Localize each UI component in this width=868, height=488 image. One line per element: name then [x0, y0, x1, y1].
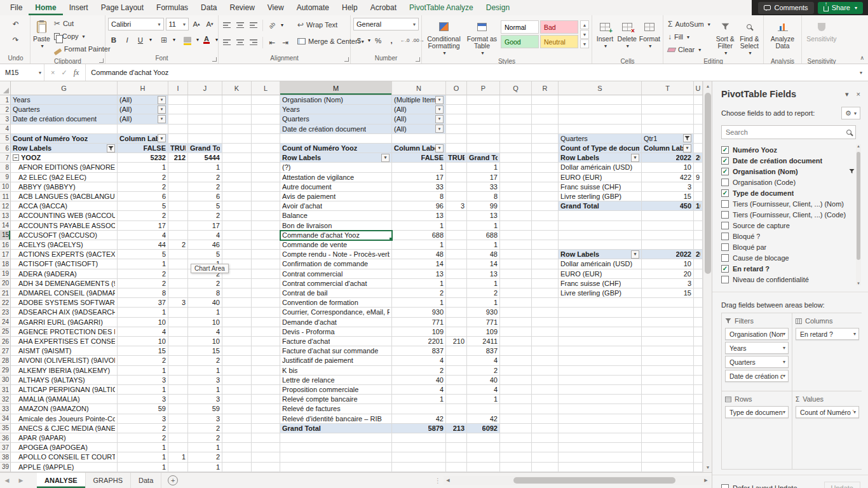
cell-G2[interactable]: Quarters — [11, 105, 118, 114]
cell-N33[interactable] — [392, 404, 446, 414]
cell-T17[interactable]: 2022 — [642, 250, 694, 259]
cell-I17[interactable] — [168, 250, 188, 259]
cell-P36[interactable] — [467, 433, 500, 443]
align-bottom-button[interactable] — [248, 19, 259, 31]
cell-L39[interactable] — [252, 463, 280, 472]
cell-K16[interactable] — [222, 240, 252, 250]
cell-U8[interactable] — [694, 163, 703, 172]
field-item-en-retard[interactable]: ✓En retard ? — [721, 263, 856, 274]
chevron-down-icon[interactable]: ▾ — [783, 345, 785, 351]
cell-O16[interactable] — [446, 240, 467, 250]
row-header-32[interactable]: 32 — [0, 395, 11, 404]
cell-I31[interactable] — [168, 385, 188, 395]
cell-M17[interactable]: Compte rendu - Note - Procès-verbal d — [280, 250, 392, 259]
cell-I8[interactable] — [168, 163, 188, 172]
field-item-source-de-capture[interactable]: Source de capture — [721, 220, 856, 231]
cell-T11[interactable]: 15 — [642, 192, 694, 201]
chevron-down-icon[interactable]: ▾ — [783, 359, 785, 365]
cell-J30[interactable]: 3 — [188, 376, 222, 385]
new-sheet-button[interactable]: + — [168, 475, 178, 485]
filter-funnel-icon[interactable] — [848, 167, 856, 175]
chevron-down-icon[interactable]: ▾ — [783, 331, 785, 337]
cell-O36[interactable] — [446, 433, 467, 443]
chevron-down-icon[interactable]: ▾ — [783, 409, 785, 415]
cell-Q35[interactable] — [500, 424, 532, 433]
cell-S9[interactable]: EURO (EUR) — [559, 173, 642, 182]
cell-K30[interactable] — [222, 376, 252, 385]
cell-K27[interactable] — [222, 346, 252, 356]
row-header-17[interactable]: 17 — [0, 250, 11, 259]
cell-T33[interactable] — [642, 404, 694, 414]
cell-J17[interactable]: 5 — [188, 250, 222, 259]
cell-K32[interactable] — [222, 395, 252, 404]
cell-L4[interactable] — [252, 125, 280, 134]
cell-R10[interactable] — [532, 182, 559, 192]
cell-I23[interactable] — [168, 308, 188, 317]
cell-L37[interactable] — [252, 443, 280, 452]
cell-R37[interactable] — [532, 443, 559, 452]
cell-M18[interactable]: Confirmation de commande — [280, 259, 392, 269]
cell-P24[interactable]: 771 — [467, 318, 500, 327]
cell-G34[interactable]: Amicale des Joueurs Pointe-Cou — [11, 414, 118, 424]
rows-area[interactable]: Rows Type de document▾ — [722, 391, 792, 469]
cell-G10[interactable]: ABBYY (9ABBYY) — [11, 182, 118, 192]
cell-I3[interactable] — [168, 114, 188, 124]
cell-S28[interactable] — [559, 356, 642, 365]
cell-R7[interactable] — [532, 153, 559, 163]
cell-T21[interactable]: 15 — [642, 288, 694, 298]
horizontal-scrollbar[interactable]: ◀ ▶ — [444, 476, 710, 485]
cell-T3[interactable] — [642, 114, 694, 124]
cell-G13[interactable]: ACCOUNTING WEB (9ACCOUNTIN — [11, 211, 118, 220]
cell-O14[interactable] — [446, 221, 467, 231]
cell-U24[interactable] — [694, 318, 703, 327]
cell-R26[interactable] — [532, 337, 559, 346]
cell-O21[interactable] — [446, 288, 467, 298]
cell-O1[interactable] — [446, 95, 467, 105]
cell-U15[interactable] — [694, 231, 703, 240]
cell-H17[interactable]: 5 — [118, 250, 168, 259]
cell-P31[interactable]: 4 — [467, 385, 500, 395]
cell-R4[interactable] — [532, 125, 559, 134]
ribbon-tab-page-layout[interactable]: Page Layout — [95, 0, 150, 15]
gallery-down-icon[interactable]: ▼ — [580, 30, 589, 39]
cell-P33[interactable] — [467, 404, 500, 414]
cell-T25[interactable] — [642, 327, 694, 337]
cell-L19[interactable] — [252, 269, 280, 279]
cell-K37[interactable] — [222, 443, 252, 452]
cell-N2[interactable]: (All)▾ — [392, 105, 446, 114]
cell-I28[interactable] — [168, 356, 188, 365]
cell-S29[interactable] — [559, 366, 642, 376]
cell-O34[interactable] — [446, 414, 467, 424]
undo-button[interactable]: ↶ — [10, 18, 22, 30]
cell-H11[interactable]: 6 — [118, 192, 168, 201]
cell-S22[interactable] — [559, 298, 642, 308]
cell-G31[interactable]: ALTICAP PERPIGNAN (9ALTICAP) — [11, 385, 118, 395]
field-item-tiers-fournisseur-client-nom[interactable]: Tiers (Fournisseur, Client, ...) (Nom) — [721, 198, 856, 209]
cell-H25[interactable]: 4 — [118, 327, 168, 337]
cell-N15[interactable]: 688 — [392, 231, 446, 240]
cell-P35[interactable]: 6092 — [467, 424, 500, 433]
cell-R5[interactable] — [532, 134, 559, 144]
cell-M36[interactable] — [280, 433, 392, 443]
cell-U1[interactable] — [694, 95, 703, 105]
cell-H28[interactable]: 2 — [118, 356, 168, 365]
cell-H33[interactable]: 59 — [118, 404, 168, 414]
field-scroll-thumb[interactable] — [857, 152, 860, 260]
cell-T32[interactable] — [642, 395, 694, 404]
cell-R35[interactable] — [532, 424, 559, 433]
cell-U33[interactable] — [694, 404, 703, 414]
cell-P22[interactable]: 1 — [467, 298, 500, 308]
cell-L13[interactable] — [252, 211, 280, 220]
cell-I15[interactable] — [168, 231, 188, 240]
cell-K33[interactable] — [222, 404, 252, 414]
cell-I19[interactable] — [168, 269, 188, 279]
field-item-date-de-cr-ation-document[interactable]: ✓Date de création document — [721, 155, 856, 166]
row-header-12[interactable]: 12 — [0, 201, 11, 211]
cell-style-neutral[interactable]: Neutral — [540, 35, 578, 48]
cell-H4[interactable] — [118, 125, 168, 134]
cell-G27[interactable]: AISMT (9AISMT) — [11, 346, 118, 356]
cell-N21[interactable]: 2 — [392, 288, 446, 298]
column-header-O[interactable]: O — [446, 81, 467, 95]
cell-P4[interactable] — [467, 125, 500, 134]
cell-M13[interactable]: Balance — [280, 211, 392, 220]
